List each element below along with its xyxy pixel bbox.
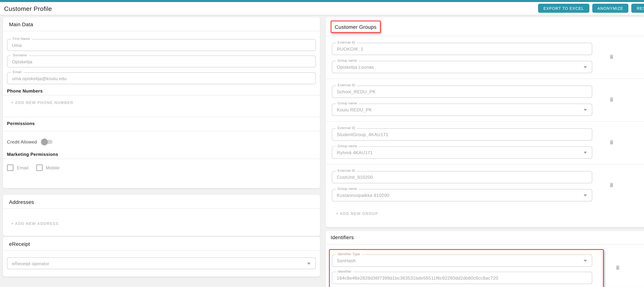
mobile-checkbox-label: Mobile <box>46 165 60 170</box>
trash-icon <box>609 182 614 188</box>
main-data-card: Main Data First Name Uma Surname Opiskel… <box>3 17 320 188</box>
group-name-value: Opiskelija Lounas <box>332 65 378 70</box>
delete-group-button[interactable] <box>609 139 614 145</box>
identifier-field[interactable]: Identifier 164c8e46e2828d36f7399d1bc3635… <box>332 272 592 284</box>
customer-groups-title: Customer Groups <box>335 24 376 30</box>
group-name-label: Group name <box>336 187 359 191</box>
group-name-value: Koulu REDU_PK <box>332 107 376 112</box>
delete-identifier-button[interactable] <box>615 265 620 270</box>
dropdown-arrow-icon <box>584 194 587 196</box>
ereceipt-card: eReceipt eReceipt operator <box>3 237 320 277</box>
page-title: Customer Profile <box>4 5 52 12</box>
trash-icon <box>609 54 614 60</box>
external-id-label: External ID <box>336 41 357 45</box>
add-phone-number-link[interactable]: + ADD NEW PHONE NUMBER <box>11 101 73 105</box>
email-field[interactable]: Email uma.opiskelija@koulu.edu <box>7 72 316 84</box>
dropdown-arrow-icon <box>584 109 587 111</box>
external-id-label: External ID <box>336 84 357 88</box>
external-id-field[interactable]: External ID CostUnit_810200 <box>332 171 592 183</box>
addresses-title: Addresses <box>3 195 320 209</box>
external-id-value: StudentGroup_4KAU171 <box>332 132 393 137</box>
identifiers-title: Identifiers <box>326 231 644 244</box>
content: Main Data First Name Uma Surname Opiskel… <box>0 15 644 287</box>
credit-allowed-label: Credit Allowed <box>7 139 37 144</box>
external-id-field[interactable]: External ID RUOKOIK_1 <box>332 43 592 55</box>
toggle-thumb <box>41 139 48 145</box>
first-name-field[interactable]: First Name Uma <box>7 39 316 51</box>
delete-group-button[interactable] <box>609 54 614 60</box>
group-name-label: Group name <box>336 59 359 63</box>
toolbar: EXPORT TO EXCEL ANONYMIZE RESTRICT EDIT <box>538 4 644 13</box>
credit-allowed-toggle[interactable] <box>41 138 54 146</box>
left-column: Main Data First Name Uma Surname Opiskel… <box>3 17 320 276</box>
restrict-button[interactable]: RESTRICT <box>632 4 644 13</box>
identifier-type-select[interactable]: Identifier Type SsnHash <box>332 254 592 267</box>
customer-group-row: External ID School_REDU_PK Group name Ko… <box>326 79 644 122</box>
group-name-label: Group name <box>336 102 359 106</box>
surname-value: Opiskelija <box>8 59 37 64</box>
checkbox-icon <box>7 164 14 171</box>
add-group-link[interactable]: + ADD NEW GROUP <box>336 212 378 216</box>
trash-icon <box>609 97 614 102</box>
ereceipt-operator-select[interactable]: eReceipt operator <box>7 257 316 269</box>
identifier-value: 164c8e46e2828d36f7399d1bc363531bde56511f… <box>332 275 503 280</box>
marketing-permissions-heading: Marketing Permissions <box>3 151 320 159</box>
email-checkbox[interactable]: Email <box>7 164 28 171</box>
annotation-highlight: Identifier Type SsnHash Identifier 164c8… <box>329 249 604 287</box>
group-name-value: Ryhmä 4KAU171 <box>332 150 377 155</box>
export-to-excel-button[interactable]: EXPORT TO EXCEL <box>538 4 589 13</box>
surname-label: Surname <box>11 53 28 58</box>
dropdown-arrow-icon <box>307 262 310 264</box>
phone-numbers-heading: Phone Numbers <box>3 88 320 95</box>
marketing-options-row: Email Mobile <box>7 164 316 171</box>
group-name-value: Kustannuspaikka 810200 <box>332 193 394 198</box>
identifier-type-value: SsnHash <box>332 258 360 263</box>
delete-group-button[interactable] <box>609 97 614 102</box>
surname-field[interactable]: Surname Opiskelija <box>7 55 316 67</box>
group-name-select[interactable]: Group name Ryhmä 4KAU171 <box>332 146 592 159</box>
app-bar: Customer Profile EXPORT TO EXCEL ANONYMI… <box>0 2 644 15</box>
email-label: Email <box>11 70 23 74</box>
permissions-heading: Permissions <box>3 120 320 131</box>
credit-allowed-row: Credit Allowed <box>7 138 316 146</box>
top-accent-bar <box>0 0 644 2</box>
external-id-field[interactable]: External ID School_REDU_PK <box>332 86 592 98</box>
group-name-select[interactable]: Group name Koulu REDU_PK <box>332 104 592 116</box>
page: Customer Profile EXPORT TO EXCEL ANONYMI… <box>0 0 644 287</box>
identifier-label: Identifier <box>336 270 353 274</box>
main-data-title: Main Data <box>3 17 320 31</box>
first-name-label: First Name <box>11 37 32 41</box>
email-checkbox-label: Email <box>17 165 28 170</box>
customer-group-row: External ID RUOKOIK_1 Group name Opiskel… <box>326 36 644 79</box>
customer-group-row: External ID StudentGroup_4KAU171 Group n… <box>326 122 644 164</box>
group-name-select[interactable]: Group name Kustannuspaikka 810200 <box>332 189 592 201</box>
add-address-link[interactable]: + ADD NEW ADDRESS <box>11 222 58 226</box>
dropdown-arrow-icon <box>584 260 587 262</box>
dropdown-arrow-icon <box>584 152 587 154</box>
first-name-value: Uma <box>8 43 26 48</box>
group-name-label: Group name <box>336 144 359 148</box>
trash-icon <box>615 265 620 270</box>
identifiers-card: Identifiers Identifier Type SsnHash Iden… <box>326 231 644 287</box>
customer-groups-card: Customer Groups External ID RUOKOIK_1 Gr… <box>326 17 644 227</box>
ereceipt-operator-placeholder: eReceipt operator <box>8 261 54 266</box>
external-id-label: External ID <box>336 169 357 173</box>
delete-group-button[interactable] <box>609 182 614 188</box>
identifier-type-label: Identifier Type <box>336 252 362 256</box>
anonymize-button[interactable]: ANONYMIZE <box>592 4 629 13</box>
external-id-field[interactable]: External ID StudentGroup_4KAU171 <box>332 128 592 141</box>
dropdown-arrow-icon <box>584 66 587 68</box>
right-column: Customer Groups External ID RUOKOIK_1 Gr… <box>326 17 644 287</box>
email-value: uma.opiskelija@koulu.edu <box>8 76 71 81</box>
external-id-value: RUOKOIK_1 <box>332 47 368 52</box>
external-id-value: CostUnit_810200 <box>332 175 378 180</box>
mobile-checkbox[interactable]: Mobile <box>36 164 60 171</box>
addresses-card: Addresses + ADD NEW ADDRESS <box>3 195 320 236</box>
trash-icon <box>609 139 614 145</box>
external-id-value: School_REDU_PK <box>332 89 380 94</box>
group-name-select[interactable]: Group name Opiskelija Lounas <box>332 61 592 73</box>
ereceipt-title: eReceipt <box>3 237 320 251</box>
section-divider <box>3 117 320 117</box>
annotation-highlight: Customer Groups <box>331 21 381 33</box>
checkbox-icon <box>36 164 43 171</box>
